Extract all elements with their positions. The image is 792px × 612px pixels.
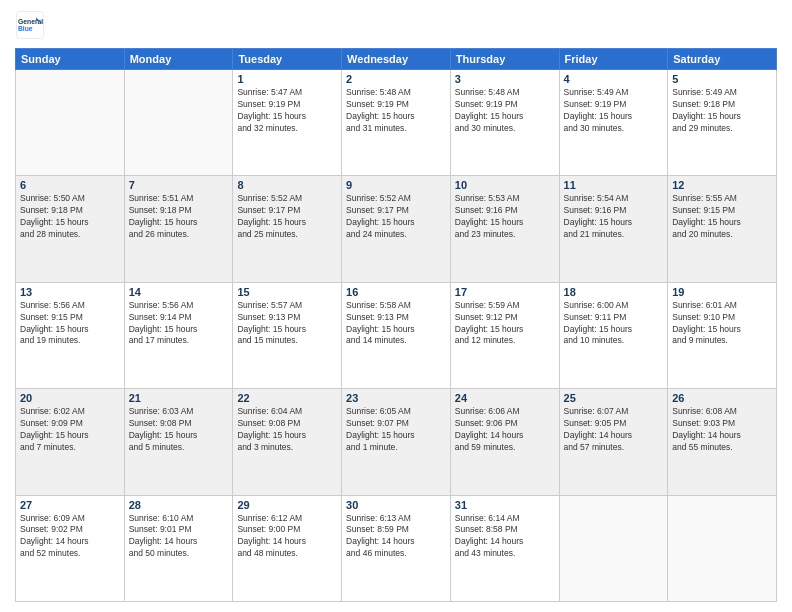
calendar-cell: 4Sunrise: 5:49 AM Sunset: 9:19 PM Daylig… — [559, 70, 668, 176]
day-number: 24 — [455, 392, 555, 404]
day-number: 9 — [346, 179, 446, 191]
calendar-cell: 20Sunrise: 6:02 AM Sunset: 9:09 PM Dayli… — [16, 389, 125, 495]
day-number: 3 — [455, 73, 555, 85]
calendar-week-2: 6Sunrise: 5:50 AM Sunset: 9:18 PM Daylig… — [16, 176, 777, 282]
day-number: 27 — [20, 499, 120, 511]
day-header-sunday: Sunday — [16, 49, 125, 70]
day-content: Sunrise: 5:49 AM Sunset: 9:19 PM Dayligh… — [564, 87, 664, 135]
day-content: Sunrise: 5:59 AM Sunset: 9:12 PM Dayligh… — [455, 300, 555, 348]
day-content: Sunrise: 5:54 AM Sunset: 9:16 PM Dayligh… — [564, 193, 664, 241]
day-content: Sunrise: 5:56 AM Sunset: 9:15 PM Dayligh… — [20, 300, 120, 348]
day-number: 19 — [672, 286, 772, 298]
day-content: Sunrise: 5:56 AM Sunset: 9:14 PM Dayligh… — [129, 300, 229, 348]
day-content: Sunrise: 5:57 AM Sunset: 9:13 PM Dayligh… — [237, 300, 337, 348]
calendar-week-1: 1Sunrise: 5:47 AM Sunset: 9:19 PM Daylig… — [16, 70, 777, 176]
logo-icon: General Blue — [15, 10, 45, 40]
day-number: 18 — [564, 286, 664, 298]
day-number: 11 — [564, 179, 664, 191]
calendar-cell: 19Sunrise: 6:01 AM Sunset: 9:10 PM Dayli… — [668, 282, 777, 388]
calendar-cell: 5Sunrise: 5:49 AM Sunset: 9:18 PM Daylig… — [668, 70, 777, 176]
calendar-cell: 10Sunrise: 5:53 AM Sunset: 9:16 PM Dayli… — [450, 176, 559, 282]
day-number: 2 — [346, 73, 446, 85]
day-number: 21 — [129, 392, 229, 404]
calendar-cell — [124, 70, 233, 176]
calendar-cell: 16Sunrise: 5:58 AM Sunset: 9:13 PM Dayli… — [342, 282, 451, 388]
day-number: 5 — [672, 73, 772, 85]
day-content: Sunrise: 6:09 AM Sunset: 9:02 PM Dayligh… — [20, 513, 120, 561]
day-content: Sunrise: 6:04 AM Sunset: 9:08 PM Dayligh… — [237, 406, 337, 454]
calendar-week-5: 27Sunrise: 6:09 AM Sunset: 9:02 PM Dayli… — [16, 495, 777, 601]
calendar-cell: 21Sunrise: 6:03 AM Sunset: 9:08 PM Dayli… — [124, 389, 233, 495]
calendar-cell: 12Sunrise: 5:55 AM Sunset: 9:15 PM Dayli… — [668, 176, 777, 282]
calendar-cell: 9Sunrise: 5:52 AM Sunset: 9:17 PM Daylig… — [342, 176, 451, 282]
day-content: Sunrise: 6:01 AM Sunset: 9:10 PM Dayligh… — [672, 300, 772, 348]
calendar-cell: 11Sunrise: 5:54 AM Sunset: 9:16 PM Dayli… — [559, 176, 668, 282]
day-number: 15 — [237, 286, 337, 298]
day-header-friday: Friday — [559, 49, 668, 70]
header: General Blue — [15, 10, 777, 40]
day-content: Sunrise: 6:10 AM Sunset: 9:01 PM Dayligh… — [129, 513, 229, 561]
day-content: Sunrise: 5:55 AM Sunset: 9:15 PM Dayligh… — [672, 193, 772, 241]
calendar-cell: 17Sunrise: 5:59 AM Sunset: 9:12 PM Dayli… — [450, 282, 559, 388]
svg-text:Blue: Blue — [18, 25, 33, 32]
calendar-cell: 30Sunrise: 6:13 AM Sunset: 8:59 PM Dayli… — [342, 495, 451, 601]
calendar-cell: 22Sunrise: 6:04 AM Sunset: 9:08 PM Dayli… — [233, 389, 342, 495]
day-number: 1 — [237, 73, 337, 85]
day-number: 31 — [455, 499, 555, 511]
day-number: 16 — [346, 286, 446, 298]
day-header-tuesday: Tuesday — [233, 49, 342, 70]
day-content: Sunrise: 6:07 AM Sunset: 9:05 PM Dayligh… — [564, 406, 664, 454]
calendar-cell: 31Sunrise: 6:14 AM Sunset: 8:58 PM Dayli… — [450, 495, 559, 601]
day-content: Sunrise: 5:51 AM Sunset: 9:18 PM Dayligh… — [129, 193, 229, 241]
day-number: 29 — [237, 499, 337, 511]
day-content: Sunrise: 5:50 AM Sunset: 9:18 PM Dayligh… — [20, 193, 120, 241]
page: General Blue SundayMondayTuesdayWednesda… — [0, 0, 792, 612]
calendar-cell — [16, 70, 125, 176]
day-content: Sunrise: 6:08 AM Sunset: 9:03 PM Dayligh… — [672, 406, 772, 454]
day-content: Sunrise: 6:06 AM Sunset: 9:06 PM Dayligh… — [455, 406, 555, 454]
day-content: Sunrise: 5:58 AM Sunset: 9:13 PM Dayligh… — [346, 300, 446, 348]
calendar-cell: 27Sunrise: 6:09 AM Sunset: 9:02 PM Dayli… — [16, 495, 125, 601]
day-number: 30 — [346, 499, 446, 511]
calendar-cell: 7Sunrise: 5:51 AM Sunset: 9:18 PM Daylig… — [124, 176, 233, 282]
calendar-cell — [668, 495, 777, 601]
day-number: 14 — [129, 286, 229, 298]
calendar-cell: 3Sunrise: 5:48 AM Sunset: 9:19 PM Daylig… — [450, 70, 559, 176]
day-content: Sunrise: 6:00 AM Sunset: 9:11 PM Dayligh… — [564, 300, 664, 348]
day-content: Sunrise: 6:14 AM Sunset: 8:58 PM Dayligh… — [455, 513, 555, 561]
day-content: Sunrise: 6:05 AM Sunset: 9:07 PM Dayligh… — [346, 406, 446, 454]
calendar-cell: 14Sunrise: 5:56 AM Sunset: 9:14 PM Dayli… — [124, 282, 233, 388]
day-number: 26 — [672, 392, 772, 404]
day-header-wednesday: Wednesday — [342, 49, 451, 70]
day-content: Sunrise: 5:49 AM Sunset: 9:18 PM Dayligh… — [672, 87, 772, 135]
day-header-saturday: Saturday — [668, 49, 777, 70]
calendar-cell: 8Sunrise: 5:52 AM Sunset: 9:17 PM Daylig… — [233, 176, 342, 282]
day-number: 23 — [346, 392, 446, 404]
day-content: Sunrise: 6:02 AM Sunset: 9:09 PM Dayligh… — [20, 406, 120, 454]
calendar-cell: 1Sunrise: 5:47 AM Sunset: 9:19 PM Daylig… — [233, 70, 342, 176]
day-number: 17 — [455, 286, 555, 298]
calendar-cell: 2Sunrise: 5:48 AM Sunset: 9:19 PM Daylig… — [342, 70, 451, 176]
day-content: Sunrise: 5:48 AM Sunset: 9:19 PM Dayligh… — [346, 87, 446, 135]
logo: General Blue — [15, 10, 45, 40]
calendar-cell: 13Sunrise: 5:56 AM Sunset: 9:15 PM Dayli… — [16, 282, 125, 388]
calendar-cell: 25Sunrise: 6:07 AM Sunset: 9:05 PM Dayli… — [559, 389, 668, 495]
day-number: 4 — [564, 73, 664, 85]
day-content: Sunrise: 6:03 AM Sunset: 9:08 PM Dayligh… — [129, 406, 229, 454]
day-number: 10 — [455, 179, 555, 191]
day-header-monday: Monday — [124, 49, 233, 70]
calendar-week-4: 20Sunrise: 6:02 AM Sunset: 9:09 PM Dayli… — [16, 389, 777, 495]
day-number: 22 — [237, 392, 337, 404]
day-number: 7 — [129, 179, 229, 191]
calendar-header-row: SundayMondayTuesdayWednesdayThursdayFrid… — [16, 49, 777, 70]
calendar-cell: 29Sunrise: 6:12 AM Sunset: 9:00 PM Dayli… — [233, 495, 342, 601]
calendar-cell — [559, 495, 668, 601]
day-content: Sunrise: 5:52 AM Sunset: 9:17 PM Dayligh… — [346, 193, 446, 241]
day-content: Sunrise: 5:52 AM Sunset: 9:17 PM Dayligh… — [237, 193, 337, 241]
day-content: Sunrise: 5:48 AM Sunset: 9:19 PM Dayligh… — [455, 87, 555, 135]
calendar-cell: 26Sunrise: 6:08 AM Sunset: 9:03 PM Dayli… — [668, 389, 777, 495]
day-number: 25 — [564, 392, 664, 404]
calendar-cell: 28Sunrise: 6:10 AM Sunset: 9:01 PM Dayli… — [124, 495, 233, 601]
day-number: 28 — [129, 499, 229, 511]
day-number: 6 — [20, 179, 120, 191]
